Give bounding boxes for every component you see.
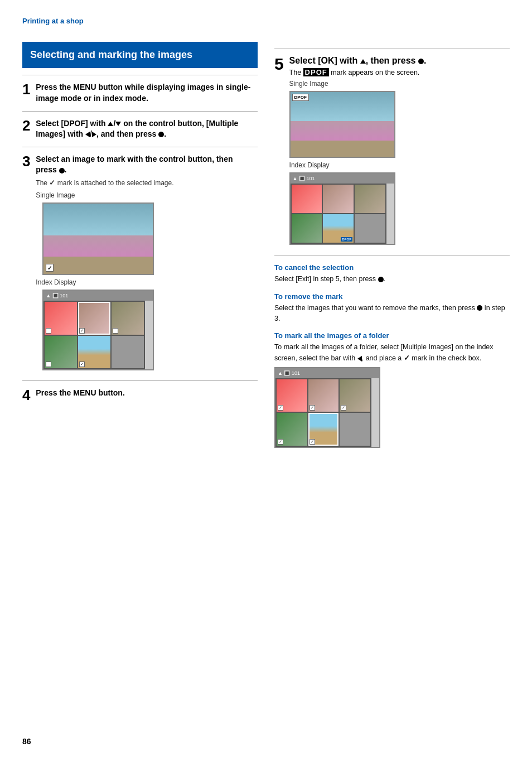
step-1-text: Press the MENU button while displaying i…	[36, 82, 251, 104]
mark-all-title: To mark all the images of a folder	[274, 331, 510, 340]
step-1-content: Press the MENU button while displaying i…	[36, 82, 251, 104]
step-4-content: Press the MENU button.	[36, 388, 251, 399]
section-title: Selecting and marking the images	[22, 42, 258, 68]
step-3-number: 3	[22, 153, 30, 170]
mark-all-text: To mark all the images of a folder, sele…	[274, 342, 510, 364]
step-5-note: The DPOF mark appears on the screen.	[289, 68, 505, 76]
step-3-index-display: ▲ 🔳 101 ✓	[42, 290, 154, 370]
step-4-number: 4	[22, 387, 30, 403]
dpof-badge-index: DPOF	[341, 237, 352, 242]
step-2: 2 Select [DPOF] with / on the control bu…	[22, 118, 258, 140]
step-5-index-label: Index Display	[289, 161, 505, 169]
page: Printing at a shop Selecting and marking…	[0, 0, 532, 757]
breadcrumb: Printing at a shop	[22, 17, 510, 25]
remove-text: Select the images that you want to remov…	[274, 303, 510, 324]
divider-right-2	[274, 255, 510, 255]
step-4-text: Press the MENU button.	[36, 388, 251, 399]
divider-3	[22, 147, 258, 147]
step-3-content: Select an image to mark with the control…	[36, 154, 251, 374]
step-1: 1 Press the MENU button while displaying…	[22, 82, 258, 104]
step-5-content: Select [OK] with , then press . The DPOF…	[289, 56, 505, 248]
step-4: 4 Press the MENU button.	[22, 388, 258, 402]
divider-2	[22, 111, 258, 112]
step-5-number: 5	[274, 55, 284, 73]
step-5: 5 Select [OK] with , then press . The DP…	[274, 56, 510, 248]
cancel-title: To cancel the selection	[274, 263, 510, 272]
cancel-text: Select [Exit] in step 5, then press .	[274, 274, 510, 285]
divider-top-right	[274, 49, 510, 49]
dpof-badge-single: DPOF	[292, 94, 309, 101]
step-3-single-label: Single Image	[36, 191, 251, 199]
step-3: 3 Select an image to mark with the contr…	[22, 154, 258, 374]
left-column: Selecting and marking the images 1 Press…	[22, 42, 258, 451]
step-5-title: Select [OK] with , then press .	[289, 56, 505, 66]
sea-image	[43, 204, 153, 274]
step-3-index-label: Index Display	[36, 278, 251, 286]
step-1-number: 1	[22, 81, 30, 98]
step-2-text: Select [DPOF] with / on the control butt…	[36, 118, 251, 140]
step-2-number: 2	[22, 117, 30, 134]
step-2-content: Select [DPOF] with / on the control butt…	[36, 118, 251, 140]
page-number: 86	[22, 737, 31, 746]
step-5-single-label: Single Image	[289, 80, 505, 88]
step-3-checkbox: ✓	[46, 264, 54, 272]
dpof-label: DPOF	[303, 68, 329, 76]
step-3-text: Select an image to mark with the control…	[36, 154, 251, 176]
step-5-index-display: ▲ 🔳 101 DPOF	[289, 172, 395, 245]
step-3-single-image: ✓	[42, 202, 154, 275]
step-5-single-image: DPOF	[289, 91, 395, 158]
step-3-note: The ✓ mark is attached to the selected i…	[36, 178, 251, 188]
right-column: 5 Select [OK] with , then press . The DP…	[274, 42, 510, 451]
remove-title: To remove the mark	[274, 292, 510, 301]
mark-all-index-display: ▲ 🔳 101 ✓ ✓ ✓ ✓	[274, 367, 380, 448]
divider-4	[22, 380, 258, 381]
divider-1	[22, 75, 258, 75]
